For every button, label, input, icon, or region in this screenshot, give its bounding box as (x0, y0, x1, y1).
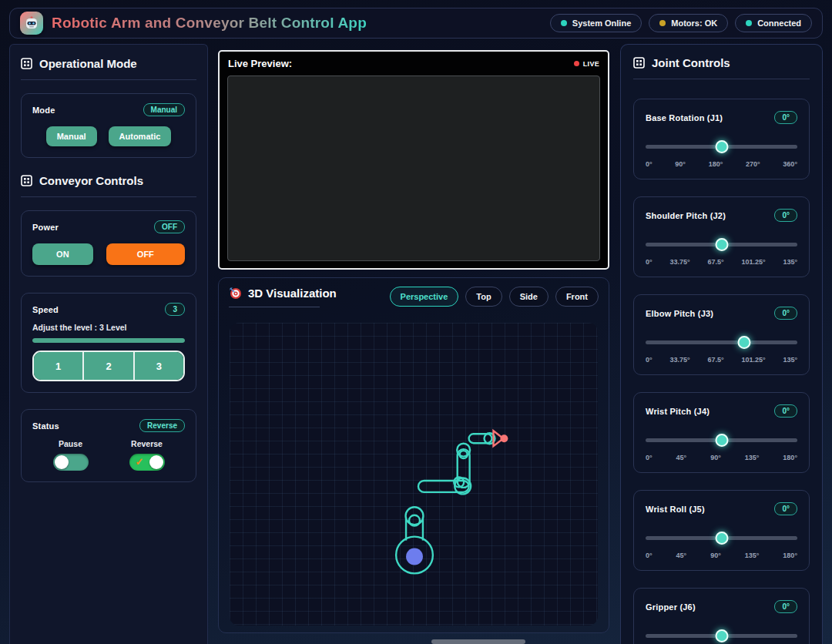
view-perspective-button[interactable]: Perspective (390, 287, 459, 307)
joint-value-badge: 0° (774, 209, 797, 222)
tick-label: 0° (646, 160, 653, 168)
tick-label: 0° (646, 356, 653, 364)
visualization-canvas[interactable] (230, 323, 598, 626)
speed-level-1-button[interactable]: 1 (34, 352, 82, 380)
section-title-label: Operational Mode (39, 57, 137, 70)
pause-toggle[interactable]: ✓ (53, 454, 89, 471)
slider-ticks: 0° 90° 180° 270° 360° (646, 160, 797, 168)
joint-label: Base Rotation (J1) (646, 113, 723, 122)
joint-slider-j3[interactable] (646, 336, 797, 349)
status-badge-motors: Motors: OK (649, 14, 728, 32)
status-badge-label: System Online (572, 18, 631, 28)
view-side-button[interactable]: Side (509, 287, 549, 307)
visualization-title: 3D Visualization (229, 287, 337, 300)
section-title-label: Conveyor Controls (39, 174, 143, 187)
slider-knob[interactable] (715, 629, 728, 642)
tick-label: 135° (745, 552, 760, 559)
visualization-panel: 3D Visualization Perspective Top Side Fr… (218, 277, 609, 633)
mode-label: Mode (32, 106, 55, 115)
section-title-label: Joint Controls (652, 56, 730, 69)
tick-label: 180° (783, 552, 797, 559)
section-title-operational-mode: Operational Mode (21, 57, 196, 70)
joint-value-badge: 0° (774, 404, 797, 418)
divider (229, 307, 320, 307)
live-video-feed (227, 75, 600, 261)
slider-track[interactable] (646, 340, 797, 344)
status-badge-label: Connected (757, 18, 801, 28)
tick-label: 0° (646, 552, 653, 559)
grid-icon (21, 175, 32, 186)
grid-icon (21, 58, 32, 69)
joint-card-j5: Wrist Roll (J5) 0° 0° 45° 90° 135° 180° (633, 490, 810, 571)
joint-value-badge: 0° (774, 600, 797, 613)
reverse-toggle-group: Reverse ✓ (109, 439, 185, 471)
reverse-toggle[interactable]: ✓ (129, 454, 165, 471)
slider-knob[interactable] (738, 336, 751, 349)
tick-label: 45° (676, 454, 687, 461)
joint-card-j2: Shoulder Pitch (J2) 0° 0° 33.75° 67.5° 1… (633, 196, 810, 277)
power-on-button[interactable]: ON (32, 243, 93, 265)
speed-card: Speed 3 Adjust the level : 3 Level 1 2 3 (21, 293, 196, 393)
live-indicator: LIVE (574, 60, 599, 68)
view-front-button[interactable]: Front (555, 287, 599, 307)
view-top-button[interactable]: Top (465, 287, 502, 307)
toggle-knob[interactable] (149, 455, 163, 469)
status-card: Status Reverse Pause ✓ Reverse ✓ (21, 409, 196, 482)
slider-ticks: 0° 33.75° 67.5° 101.25° 135° (646, 356, 797, 364)
horizontal-scrollbar[interactable] (431, 639, 525, 644)
tick-label: 90° (710, 552, 721, 559)
joint-slider-j5[interactable] (646, 532, 797, 545)
tick-label: 101.25° (741, 356, 765, 364)
slider-knob[interactable] (715, 434, 728, 447)
tick-label: 0° (646, 454, 653, 461)
joint-label: Shoulder Pitch (J2) (646, 211, 726, 220)
joint-slider-j2[interactable] (646, 238, 797, 251)
tick-label: 67.5° (707, 356, 723, 364)
power-card: Power OFF ON OFF (21, 210, 196, 277)
status-badge-label: Motors: OK (671, 18, 717, 28)
status-dot-icon (659, 20, 666, 26)
joint-slider-j4[interactable] (646, 434, 797, 447)
live-preview-panel: Live Preview: LIVE (218, 50, 609, 270)
live-label: LIVE (583, 60, 599, 68)
slider-ticks: 0° 45° 90° 135° 180° (646, 454, 797, 461)
speed-level-2-button[interactable]: 2 (82, 352, 133, 380)
tick-label: 135° (745, 454, 760, 461)
status-label: Status (32, 421, 59, 431)
tick-label: 90° (710, 454, 721, 461)
speed-label: Speed (32, 305, 59, 314)
grid-icon (633, 57, 645, 69)
slider-ticks: 0° 33.75° 67.5° 101.25° 135° (646, 258, 797, 266)
speed-value-badge: 3 (165, 303, 185, 316)
joint-slider-j1[interactable] (646, 140, 797, 153)
speed-level-3-button[interactable]: 3 (133, 352, 183, 380)
tick-label: 33.75° (669, 258, 689, 266)
mode-value-badge: Manual (143, 103, 185, 116)
divider (21, 196, 196, 197)
tick-label: 45° (676, 552, 687, 559)
page-title: Robotic Arm and Conveyor Belt Control Ap… (52, 15, 367, 32)
joint-card-j4: Wrist Pitch (J4) 0° 0° 45° 90° 135° 180° (633, 392, 810, 473)
automatic-mode-button[interactable]: Automatic (109, 126, 172, 146)
slider-knob[interactable] (715, 532, 728, 545)
control-sidebar: Operational Mode Mode Manual Manual Auto… (9, 44, 208, 644)
speed-progress-bar (32, 338, 185, 343)
live-dot-icon (574, 61, 579, 66)
power-off-button[interactable]: OFF (106, 243, 185, 265)
manual-mode-button[interactable]: Manual (46, 126, 97, 146)
speed-description: Adjust the level : 3 Level (32, 323, 185, 332)
joint-slider-j6[interactable] (646, 629, 797, 642)
tick-label: 180° (709, 160, 723, 168)
toggle-knob[interactable] (55, 455, 69, 469)
speed-level-group: 1 2 3 (32, 351, 185, 381)
divider (21, 79, 196, 80)
slider-ticks: 0° 45° 90° 135° 180° (646, 552, 797, 559)
slider-knob[interactable] (715, 238, 728, 251)
tick-label: 33.75° (669, 356, 689, 364)
robot-logo-icon (20, 12, 43, 35)
slider-knob[interactable] (715, 140, 728, 153)
robot-arm-wireframe (230, 323, 598, 626)
reverse-toggle-label: Reverse (131, 439, 163, 448)
tick-label: 135° (783, 356, 797, 364)
power-label: Power (32, 223, 59, 232)
